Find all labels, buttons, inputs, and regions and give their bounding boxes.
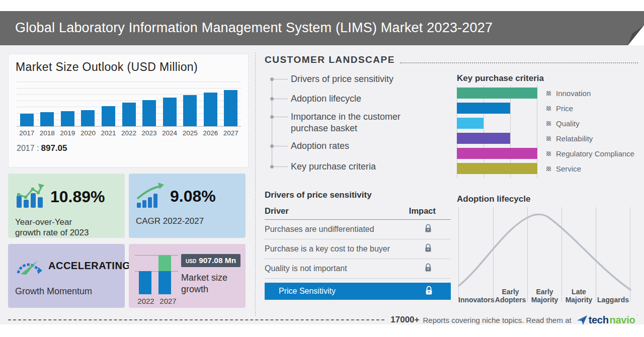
mini-bar-2027-growth — [158, 255, 171, 271]
price-sensitivity-title: Drivers of price sensitivity — [265, 190, 451, 200]
yoy-label: Year-over-Year growth rate of 2023 — [15, 217, 118, 238]
column-driver: Driver — [265, 206, 289, 216]
bar-slot — [180, 95, 200, 126]
market-bar-2017 — [20, 114, 34, 126]
customer-landscape-list: Drivers of price sensitivity Adoption li… — [265, 71, 446, 173]
growth-momentum-card: ACCELERATING Growth Momentum — [8, 244, 125, 308]
driver-text: Quality is not important — [265, 264, 347, 273]
bar-service — [457, 163, 537, 174]
momentum-value: ACCELERATING — [48, 260, 130, 272]
bar-slot — [159, 98, 180, 126]
customer-landscape-header: CUSTOMER LANDSCAPE — [265, 54, 638, 65]
market-size-chart — [17, 81, 241, 127]
bar-slot — [200, 93, 221, 126]
year-tick-label: 2020 — [78, 129, 99, 137]
bell-curve — [457, 209, 633, 295]
year-tick-label: 2022 — [119, 129, 139, 137]
yoy-label-line1: Year-over-Year — [15, 217, 118, 227]
year-tick-label: 2025 — [180, 129, 200, 137]
cagr-label: CAGR 2022-2027 — [136, 216, 238, 226]
legend-entry: Regulatory Compliance — [546, 148, 634, 159]
legend-entry: Relatability — [546, 133, 634, 144]
bar-slot — [119, 103, 139, 126]
bar-relatability — [457, 133, 510, 144]
mini-year-2027: 2027 — [157, 297, 179, 305]
bar-track — [457, 88, 537, 99]
market-bar-2019 — [61, 111, 74, 126]
market-bar-2027 — [224, 90, 237, 126]
year-tick-label: 2026 — [200, 129, 221, 137]
bar-track — [457, 103, 537, 114]
hatch-swatch-icon — [546, 121, 551, 126]
year-tick-label: 2019 — [57, 129, 78, 137]
cagr-value: 9.08% — [170, 187, 216, 206]
market-size-growth-card: 2022 2027 USD 907.08 Mn Market size grow… — [129, 244, 246, 308]
year-tick-label: 2023 — [139, 129, 159, 137]
kpc-bars — [457, 88, 537, 174]
market-size-panel: Market Size Outlook (USD Million) 201720… — [8, 54, 249, 167]
legend-label: Price — [556, 104, 573, 113]
market-bar-2022 — [122, 103, 136, 126]
list-item: Adoption lifecycle — [265, 93, 446, 105]
legend-entry: Quality — [546, 118, 634, 129]
lock-icon — [425, 224, 432, 235]
hatch-swatch-icon — [546, 166, 551, 171]
adoption-lifecycle-chart: Innovators Early Adopters Early Majority… — [457, 206, 633, 306]
yoy-label-line2: growth rate of 2023 — [15, 227, 118, 238]
hatch-swatch-icon — [546, 106, 551, 111]
yoy-value: 10.89% — [50, 188, 105, 206]
legend-entry: Service — [546, 163, 634, 174]
year-tick-label: 2021 — [98, 129, 119, 137]
hatch-swatch-icon — [546, 136, 551, 141]
driver-text: Purchase is a key cost to the buyer — [265, 244, 390, 254]
technavio-logo[interactable]: technavio` — [577, 314, 638, 326]
yoy-growth-card: 10.89% Year-over-Year growth rate of 202… — [8, 174, 125, 238]
footer: 17000+ Reports covering niche topics. Re… — [8, 314, 638, 326]
bar-regulatory-compliance — [457, 148, 537, 159]
growth-amount-badge: USD 907.08 Mn — [181, 254, 240, 267]
bar-slot — [220, 90, 241, 126]
year-tick-label: 2018 — [37, 129, 58, 137]
legend-label: Relatability — [556, 134, 593, 143]
brand-tech: tech — [589, 314, 609, 326]
list-item: Drivers of price sensitivity — [265, 73, 446, 86]
dotted-rule — [400, 62, 638, 63]
speedometer-icon — [15, 253, 42, 278]
market-callout: 2017 :897.05 — [17, 143, 248, 153]
mini-bar-2022 — [139, 271, 151, 294]
bar-growth-zigzag-icon — [15, 183, 44, 211]
market-bars — [17, 81, 241, 126]
bar-track — [457, 148, 537, 159]
lock-icon-white — [425, 286, 433, 297]
legend-label: Regulatory Compliance — [556, 149, 634, 158]
stage-label: Early Adopters — [493, 288, 528, 304]
growth-mini-chart: 2022 2027 — [135, 250, 179, 305]
key-purchase-criteria-chart — [457, 88, 537, 174]
bar-slot — [17, 114, 37, 126]
market-bar-2023 — [142, 100, 156, 126]
hatch-swatch-icon — [546, 91, 551, 96]
content-area: Market Size Outlook (USD Million) 201720… — [0, 45, 644, 324]
bar-track — [457, 163, 537, 174]
market-bar-2021 — [102, 106, 115, 126]
market-bar-2020 — [81, 110, 95, 126]
mini-year-2022: 2022 — [135, 297, 157, 305]
lock-icon — [425, 243, 432, 255]
mini-bar-2027-base — [158, 271, 171, 294]
column-impact: Impact — [409, 206, 436, 216]
vertical-separator — [255, 52, 256, 316]
header-bar: Global Laboratory Information Management… — [0, 11, 644, 45]
stage-label: Early Majority — [527, 288, 562, 304]
stage-label: Innovators — [458, 296, 493, 304]
year-tick-label: 2017 — [17, 129, 37, 137]
list-item: Importance in the customer purchase bask… — [265, 111, 423, 134]
ascending-bars-arrow-icon — [136, 183, 164, 210]
legend-label: Innovation — [556, 89, 591, 98]
table-row: Quality is not important — [265, 259, 451, 279]
footer-dashed-rule — [8, 319, 384, 320]
infographic-page: Global Laboratory Information Management… — [0, 0, 644, 337]
growth-label-line1: Market size — [181, 272, 242, 284]
momentum-label: Growth Momentum — [15, 286, 118, 297]
price-sensitivity-highlight-row: Price Sensitivity — [265, 283, 451, 300]
year-tick-label: 2024 — [159, 129, 180, 137]
